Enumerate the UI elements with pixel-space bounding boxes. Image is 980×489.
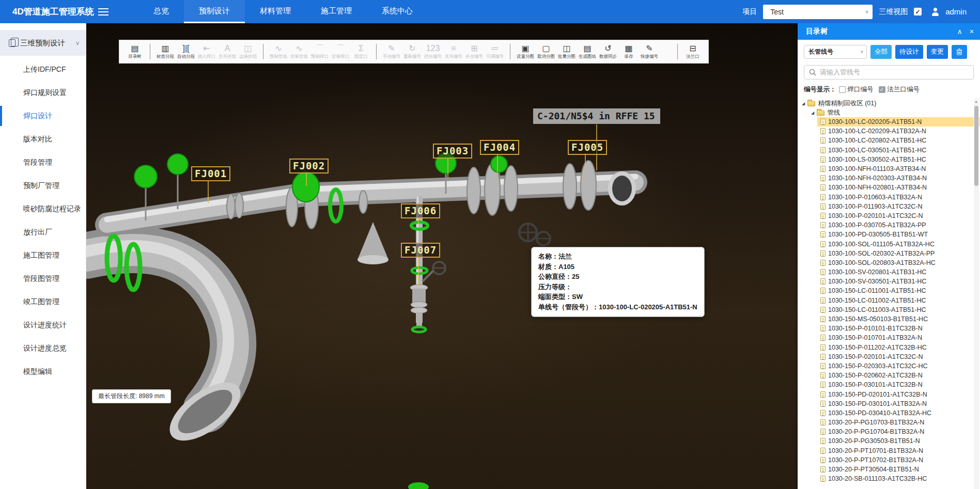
hamburger-menu-icon[interactable] [98,8,108,15]
pipeline-tree-item[interactable]: 1030-100-PD-030505-B1TB51-WT [817,230,980,239]
toolbar-button[interactable]: ⊞ 补全编号 [464,43,485,60]
toolbar-button[interactable] [263,44,263,59]
toolbar-button[interactable] [677,44,678,59]
pipeline-tree-item[interactable]: 1030-150-P-010701-A1TB32A-N [817,333,980,342]
pipeline-tree-item[interactable]: 1030-20-P-PT10701-B1TB32A-N [817,446,980,455]
pipeline-tree-item[interactable]: 1030-100-P-011903-A1TC32C-N [817,202,980,211]
weld-number-label[interactable]: FJ001 [191,166,230,181]
nav-tab[interactable]: 材料管理 [245,0,306,23]
nav-tab[interactable]: 总览 [138,0,184,23]
collapse-icon[interactable]: ∧ [957,27,962,36]
pipeline-tree-item[interactable]: 1030-100-P-010603-A1TB32A-N [817,193,980,202]
pipeline-tree-item[interactable]: 1030-100-NFH-011103-A3TB34-N [817,164,980,173]
sidebar-item[interactable]: 预制厂管理 [0,174,86,197]
tree-group-node[interactable]: ◢ 管线 [798,108,980,117]
pipeline-tree-item[interactable]: 1030-150-P-020303-A1TC32C-HC [817,361,980,371]
pipeline-tree-item[interactable]: 1030-100-P-020101-A1TC32C-N [817,211,980,220]
pipeline-tree-item[interactable]: 1030-20-P-PG10704-B1TB32A-N [817,427,980,436]
toolbar-button[interactable]: ≔ 可调编号 [485,43,505,60]
pipeline-tree-item[interactable]: 1030-100-P-030705-A1TB32A-PP [817,220,980,230]
sidebar-item[interactable]: 上传IDF/PCF [0,58,86,81]
filter-change-button[interactable]: 变更 [927,45,948,59]
scrollbar-thumb[interactable] [974,106,978,186]
pipeline-tree-item[interactable]: 1030-100-SOL-020302-A1TB32A-PP [817,249,980,258]
pipeline-tree-item[interactable]: 1030-100-NFH-020801-A3TB34-N [817,183,980,192]
filter-to-design-button[interactable]: 待设计 [895,45,923,59]
toolbar-button[interactable]: ▦ 保存 [618,43,639,60]
close-icon[interactable]: × [970,27,974,36]
toolbar-button[interactable]: ✎ 快捷编号 [639,43,660,60]
line-number-type-dropdown[interactable]: 长管线号 ▾ [804,45,867,59]
sidebar-item[interactable]: 设计进度总览 [0,337,86,360]
pipeline-tree-item[interactable]: 1030-20-P-PG10703-B1TB32A-N [817,418,980,427]
sidebar-item[interactable]: 喷砂防腐过程记录 [0,197,86,220]
pipeline-tree-item[interactable]: 1030-100-LC-020205-A1TB51-N [817,117,980,127]
pipeline-tree-item[interactable]: 1030-100-NFH-020303-A3TB34-N [817,173,980,183]
toolbar-button[interactable]: ⌒ 预制焊口 [309,43,330,60]
toolbar-button[interactable]: ▥ 材质分段 [155,43,176,60]
pipeline-tree-item[interactable]: 1030-20-P-PT10702-B1TB32A-N [817,455,980,465]
toolbar-button[interactable]: ⌒ 安装焊口 [330,43,351,60]
filter-all-button[interactable]: 全部 [870,45,892,59]
weld-number-label[interactable]: FJ002 [289,159,329,173]
pipeline-tree-item[interactable]: 1030-150-LC-011003-A1TB51-HC [817,305,980,314]
sidebar-item[interactable]: 施工图管理 [0,244,86,267]
display-checkbox-option[interactable]: 焊口编号 [839,85,874,94]
toolbar-button[interactable]: ⊟ 法兰口 [682,43,703,60]
pipeline-tree-item[interactable]: 1030-150-LC-011001-A1TB51-HC [817,286,980,295]
pipeline-tree-item[interactable]: 1030-150-LC-011002-A1TB51-HC [817,296,980,305]
nav-tab[interactable]: 系统中心 [367,0,428,23]
pipeline-tree-item[interactable]: 1030-150-MS-050103-B1TB51-HC [817,314,980,324]
sidebar-group-3d-design[interactable]: 三维预制设计 ∨ [0,30,86,56]
pipeline-tree-item[interactable]: 1030-20-SB-011103-A1TC32B-HC [817,474,980,483]
sidebar-item[interactable]: 管段管理 [0,151,86,174]
toolbar-button[interactable]: ▤ 目录树 [125,43,145,60]
pipeline-tree-item[interactable]: 1030-150-P-020101-A1TC32C-N [817,352,980,361]
scrollbar-up-icon[interactable]: ▲ [974,100,978,103]
pipeline-tree-item[interactable]: 1030-20-P-PT30504-B1TB51-N [817,465,980,474]
toolbar-button[interactable]: ▣ 设置分图 [515,43,536,60]
pipeline-tree-item[interactable]: 1030-100-LS-030502-A1TB51-HC [817,155,980,164]
pipeline-tree-item[interactable]: 1030-20-P-PG30503-B1TB51-N [817,436,980,446]
sidebar-item[interactable]: 焊口设计 [0,104,86,128]
pipeline-tree-item[interactable]: 1030-150-P-020602-A1TC32B-N [817,371,980,380]
pipeline-tree-item[interactable]: 1030-100-LC-020209-A1TB32A-N [817,127,980,136]
pipeline-tree-item[interactable]: 1030-150-PD-020101-A1TC32B-N [817,389,980,399]
toolbar-button[interactable] [150,44,150,59]
3d-viewport[interactable]: ▤ 目录树 ▥ 材质分段 ]|[ 自动分段 ⇤ 插入焊口 A 支吊拼组 ◫ 边缘… [86,23,798,489]
sidebar-item[interactable]: 模型编辑 [0,360,86,383]
weld-number-label[interactable]: FJ004 [480,140,519,155]
toolbar-button[interactable]: ↺ 数据同步 [598,43,618,60]
toolbar-button[interactable]: ◫ 批量分图 [556,43,577,60]
sidebar-item[interactable]: 设计进度统计 [0,313,86,337]
toolbar-button[interactable]: ∿ 预制管线 [268,43,289,60]
weld-number-label[interactable]: FJ003 [433,144,472,159]
toolbar-button[interactable]: ]|[ 自动分段 [176,43,196,60]
sidebar-item[interactable]: 管段图管理 [0,267,86,290]
pipeline-tree-item[interactable]: 1030-100-SOL-020803-A1TB32A-HC [817,258,980,267]
toolbar-button[interactable]: ⇤ 插入焊口 [196,43,217,60]
sidebar-item[interactable]: 焊口规则设置 [0,81,86,104]
weld-number-label[interactable]: FJ006 [401,203,440,218]
pipeline-search-input[interactable]: 请输入管线号 [804,65,974,80]
toolbar-button[interactable]: ▢ 取消分图 [536,43,556,60]
toolbar-button[interactable]: ≡ 支吊编号 [443,43,464,60]
nav-tab[interactable]: 施工管理 [306,0,367,23]
tree-root-node[interactable]: ◢ 精馏精制回收区 (01) [798,99,980,108]
username[interactable]: admin [945,7,967,16]
pipeline-tree-item[interactable]: 1030-100-SV-030501-A1TB31-HC [817,277,980,286]
toolbar-button[interactable] [510,44,510,59]
pipeline-tree-item[interactable]: 1030-100-SV-020801-A1TB31-HC [817,267,980,277]
tree-scrollbar[interactable]: ▲ [974,99,979,489]
view3d-checkbox[interactable]: ✓ [914,8,922,15]
delete-button[interactable] [952,45,967,59]
sidebar-item[interactable]: 竣工图管理 [0,290,86,313]
toolbar-button[interactable]: ↻ 重新编号 [402,43,423,60]
project-select[interactable]: Test ▾ [763,5,873,19]
toolbar-button[interactable]: Σ 固定口 [351,43,371,60]
pipeline-tree-item[interactable]: 1030-150-P-010101-B1TC32B-N [817,324,980,333]
pipeline-tree-item[interactable]: 1030-100-SOL-011105-A1TB32A-HC [817,239,980,248]
display-checkbox-option[interactable]: ✓ 法兰口编号 [879,85,920,94]
weld-number-label[interactable]: FJ007 [401,243,440,258]
toolbar-button[interactable] [376,44,377,59]
